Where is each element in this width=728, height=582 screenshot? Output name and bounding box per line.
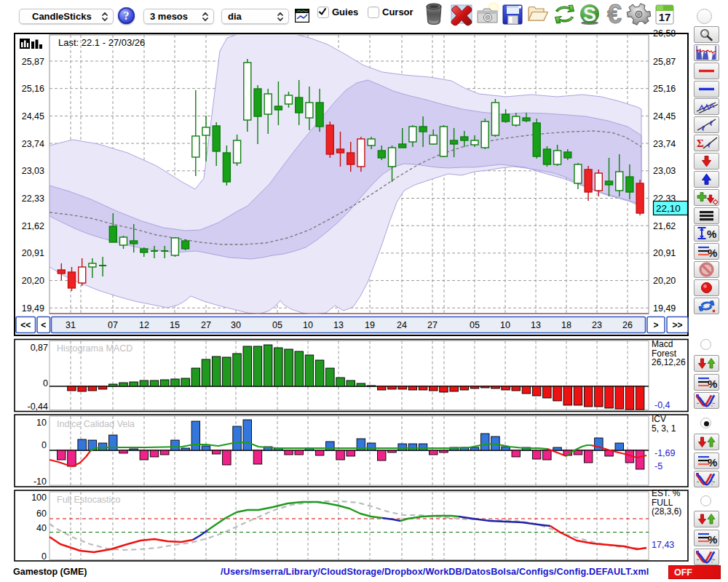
svg-text:21,62: 21,62 <box>22 221 44 231</box>
svg-text:05: 05 <box>272 320 282 330</box>
svg-text:19: 19 <box>365 320 375 330</box>
svg-text:100: 100 <box>31 493 47 503</box>
svg-text:19,49: 19,49 <box>653 303 676 314</box>
svg-text:0,87: 0,87 <box>31 343 48 353</box>
svg-text:23,03: 23,03 <box>22 166 44 176</box>
svg-text:Last: 22.1 - 27/03/26: Last: 22.1 - 27/03/26 <box>58 37 145 48</box>
svg-text:Full Estocastico: Full Estocastico <box>57 495 121 505</box>
svg-text:26,12,26: 26,12,26 <box>652 357 686 367</box>
svg-text:<: < <box>41 320 46 330</box>
svg-text:13: 13 <box>531 320 541 330</box>
svg-text:17: 17 <box>659 11 671 23</box>
svg-text:Indice Calidad Vela: Indice Calidad Vela <box>57 419 135 429</box>
svg-text:10: 10 <box>36 418 47 428</box>
svg-text:19,49: 19,49 <box>22 303 44 314</box>
svg-text:%: % <box>708 456 717 469</box>
svg-text:%: % <box>708 378 717 390</box>
svg-text:-10: -10 <box>33 477 47 487</box>
svg-text:23,03: 23,03 <box>653 166 676 176</box>
svg-text:%: % <box>708 533 717 546</box>
svg-text:S: S <box>583 4 596 25</box>
svg-text:%: % <box>708 247 717 259</box>
svg-text:05: 05 <box>470 320 480 330</box>
svg-text:-0,44: -0,44 <box>28 402 49 412</box>
svg-text:15: 15 <box>170 320 180 330</box>
svg-text:23,74: 23,74 <box>22 139 44 149</box>
svg-text:40: 40 <box>36 523 47 533</box>
svg-text:25,87: 25,87 <box>653 57 676 67</box>
svg-text:13: 13 <box>333 320 344 330</box>
svg-text:26,58: 26,58 <box>653 28 676 39</box>
svg-text:(28,3,6): (28,3,6) <box>652 506 681 517</box>
svg-text:23,74: 23,74 <box>653 139 676 149</box>
svg-text:12: 12 <box>139 320 149 330</box>
svg-text:30: 30 <box>231 320 241 330</box>
svg-text:26: 26 <box>622 320 633 330</box>
svg-text:0: 0 <box>41 551 47 562</box>
svg-text:0: 0 <box>41 440 47 450</box>
svg-text:>>: >> <box>672 320 682 330</box>
svg-text:<<: << <box>20 320 31 330</box>
svg-text:0: 0 <box>43 378 48 388</box>
svg-text:18: 18 <box>561 320 571 330</box>
svg-text:20,91: 20,91 <box>653 248 676 258</box>
svg-text:-1,69: -1,69 <box>654 448 676 458</box>
svg-text:-5: -5 <box>654 461 662 471</box>
svg-text:20,91: 20,91 <box>22 248 44 258</box>
svg-text:17,43: 17,43 <box>652 540 674 550</box>
svg-text:€: € <box>607 0 622 28</box>
svg-text:22,33: 22,33 <box>22 194 44 204</box>
svg-text:27: 27 <box>201 320 211 330</box>
svg-text:%: % <box>707 228 716 240</box>
svg-text:Σ: Σ <box>697 137 704 149</box>
svg-text:Histograma MACD: Histograma MACD <box>57 343 132 354</box>
svg-text:24,45: 24,45 <box>22 111 44 121</box>
svg-text:20,20: 20,20 <box>22 276 44 286</box>
svg-text:24,45: 24,45 <box>653 111 676 121</box>
svg-text:60: 60 <box>36 509 47 519</box>
svg-text:5, 3, 1: 5, 3, 1 <box>652 423 676 434</box>
svg-text:27: 27 <box>427 320 438 330</box>
svg-text:10: 10 <box>500 320 510 330</box>
svg-text:31: 31 <box>66 320 76 330</box>
svg-text:20,20: 20,20 <box>653 276 676 286</box>
svg-text:25,16: 25,16 <box>22 84 44 94</box>
svg-text:23: 23 <box>592 320 602 330</box>
svg-text:22,10: 22,10 <box>656 203 681 214</box>
svg-text:-0,4: -0,4 <box>654 400 670 410</box>
svg-text:25,16: 25,16 <box>653 84 676 94</box>
svg-text:25,87: 25,87 <box>22 57 44 67</box>
svg-text:24: 24 <box>397 320 407 330</box>
svg-text:07: 07 <box>108 320 118 330</box>
svg-text:21,62: 21,62 <box>653 221 676 231</box>
svg-text:>: > <box>653 320 658 330</box>
svg-text:10: 10 <box>303 320 313 330</box>
